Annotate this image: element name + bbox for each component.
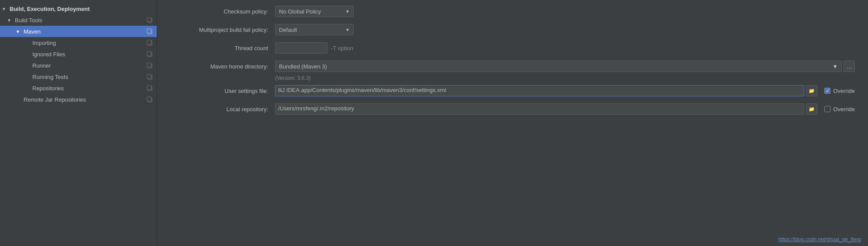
- local-repository-control: /Users/mrsfeng/.m2/repository 📁 Override: [275, 103, 855, 115]
- copy-icon: [146, 62, 153, 69]
- thread-count-row: Thread count -T option: [170, 42, 855, 54]
- svg-rect-5: [147, 40, 151, 44]
- copy-icon: [146, 96, 153, 103]
- local-repository-input[interactable]: /Users/mrsfeng/.m2/repository: [275, 103, 804, 115]
- user-settings-control: lliJ IDEA.app/Contents/plugins/maven/lib…: [275, 85, 855, 96]
- local-repository-value: /Users/mrsfeng/.m2/repository: [278, 105, 354, 112]
- svg-rect-11: [147, 74, 151, 79]
- user-settings-input-group: lliJ IDEA.app/Contents/plugins/maven/lib…: [275, 85, 817, 96]
- maven-home-control: Bundled (Maven 3) ▼ ...: [275, 61, 855, 72]
- copy-icon: [146, 28, 153, 35]
- maven-home-arrow-icon: ▼: [832, 63, 838, 70]
- local-repository-input-group: /Users/mrsfeng/.m2/repository 📁: [275, 103, 817, 115]
- sidebar-item-repositories[interactable]: Repositories: [0, 82, 157, 94]
- dropdown-arrow-icon: ▼: [345, 9, 350, 14]
- arrow-icon: ▼: [7, 18, 13, 23]
- user-settings-input[interactable]: lliJ IDEA.app/Contents/plugins/maven/lib…: [275, 85, 804, 96]
- user-settings-override-checkbox[interactable]: ✓: [824, 88, 830, 94]
- dropdown-arrow-icon: ▼: [345, 27, 350, 32]
- local-repository-browse-button[interactable]: 📁: [806, 103, 817, 115]
- sidebar-item-runner[interactable]: Runner: [0, 60, 157, 71]
- sidebar-item-running-tests[interactable]: Running Tests: [0, 71, 157, 82]
- sidebar-label: Maven: [24, 28, 41, 35]
- copy-icon: [146, 39, 153, 46]
- local-repository-label: Local repository:: [170, 106, 275, 113]
- user-settings-label: User settings file:: [170, 88, 275, 94]
- multiproject-fail-dropdown[interactable]: Default ▼: [275, 24, 354, 35]
- sidebar-label: Running Tests: [32, 74, 68, 80]
- copy-icon: [146, 17, 153, 24]
- sidebar-label: Build Tools: [15, 17, 42, 24]
- svg-rect-13: [147, 85, 151, 90]
- multiproject-fail-row: Multiproject build fail policy: Default …: [170, 24, 855, 36]
- check-icon: ✓: [826, 89, 830, 93]
- sidebar-item-build-execution-deployment[interactable]: ▼ Build, Execution, Deployment: [0, 3, 157, 14]
- sidebar-label: Ignored Files: [32, 51, 65, 58]
- copy-icon: [146, 51, 153, 58]
- sidebar-label: Remote Jar Repositories: [24, 96, 86, 103]
- user-settings-override-group: ✓ Override: [824, 88, 855, 94]
- maven-home-label: Maven home directory:: [170, 63, 275, 70]
- copy-icon: [146, 85, 153, 92]
- arrow-icon: ▼: [16, 29, 22, 34]
- user-settings-row: User settings file: lliJ IDEA.app/Conten…: [170, 85, 855, 97]
- checksum-policy-row: Checksum policy: No Global Policy ▼: [170, 5, 855, 17]
- maven-home-select[interactable]: Bundled (Maven 3) ▼: [275, 61, 842, 72]
- sidebar-label: Build, Execution, Deployment: [10, 6, 90, 12]
- local-repository-override-checkbox[interactable]: [824, 106, 830, 112]
- thread-count-input[interactable]: [275, 42, 327, 54]
- svg-rect-7: [147, 51, 151, 56]
- folder-icon: 📁: [809, 106, 815, 112]
- user-settings-override-label: Override: [833, 88, 855, 94]
- thread-count-control: -T option: [275, 42, 855, 54]
- thread-count-label: Thread count: [170, 45, 275, 51]
- sidebar-item-build-tools[interactable]: ▼ Build Tools: [0, 14, 157, 26]
- version-text: (Version: 3.6.3): [275, 75, 855, 81]
- maven-home-row: Maven home directory: Bundled (Maven 3) …: [170, 60, 855, 72]
- checksum-policy-control: No Global Policy ▼: [275, 6, 855, 17]
- sidebar-label: Runner: [32, 62, 51, 69]
- svg-rect-9: [147, 63, 151, 67]
- local-repository-override-label: Override: [833, 106, 855, 113]
- dots-icon: ...: [847, 63, 852, 70]
- sidebar: ▼ Build, Execution, Deployment ▼ Build T…: [0, 0, 157, 246]
- local-repository-row: Local repository: /Users/mrsfeng/.m2/rep…: [170, 103, 855, 115]
- user-settings-value: lliJ IDEA.app/Contents/plugins/maven/lib…: [278, 87, 446, 93]
- sidebar-item-ignored-files[interactable]: Ignored Files: [0, 48, 157, 60]
- svg-rect-3: [147, 29, 151, 33]
- local-repository-override-group: Override: [824, 106, 855, 113]
- arrow-icon: ▼: [2, 7, 8, 11]
- sidebar-label: Repositories: [32, 85, 64, 92]
- multiproject-fail-control: Default ▼: [275, 24, 855, 35]
- sidebar-item-maven[interactable]: ▼ Maven: [0, 26, 157, 37]
- maven-home-browse-button[interactable]: ...: [844, 61, 855, 72]
- folder-icon: 📁: [809, 88, 815, 94]
- main-content: Checksum policy: No Global Policy ▼ Mult…: [157, 0, 868, 246]
- checksum-policy-value: No Global Policy: [279, 8, 321, 15]
- t-option-label: -T option: [331, 45, 353, 51]
- maven-home-input-group: Bundled (Maven 3) ▼ ...: [275, 61, 855, 72]
- user-settings-browse-button[interactable]: 📁: [806, 85, 817, 96]
- checksum-policy-label: Checksum policy:: [170, 8, 275, 15]
- multiproject-fail-value: Default: [279, 27, 297, 33]
- bottom-url-link[interactable]: https://blog.csdn.net/shuai_ge_feng: [778, 236, 861, 243]
- sidebar-item-importing[interactable]: Importing: [0, 37, 157, 48]
- sidebar-label: Importing: [32, 40, 56, 46]
- copy-icon: [146, 73, 153, 80]
- maven-home-value: Bundled (Maven 3): [279, 63, 327, 70]
- svg-rect-15: [147, 97, 151, 101]
- sidebar-item-remote-jar-repositories[interactable]: Remote Jar Repositories: [0, 94, 157, 105]
- svg-rect-1: [147, 17, 151, 22]
- multiproject-fail-label: Multiproject build fail policy:: [170, 27, 275, 33]
- checksum-policy-dropdown[interactable]: No Global Policy ▼: [275, 6, 354, 17]
